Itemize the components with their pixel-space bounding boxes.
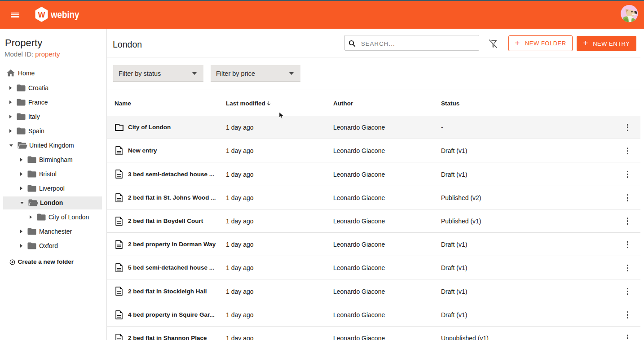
svg-text:W: W — [38, 11, 45, 19]
